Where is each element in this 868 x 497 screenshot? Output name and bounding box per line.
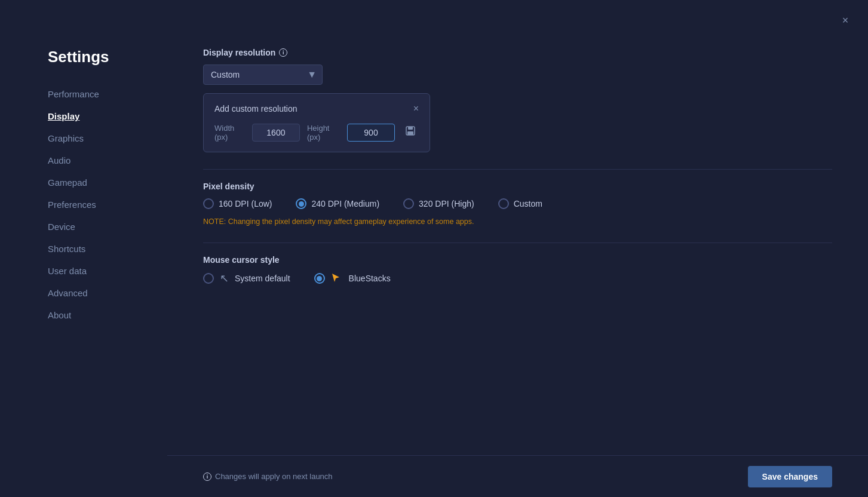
cursor-system-label: System default [235, 274, 290, 283]
pixel-density-options: 160 DPI (Low) 240 DPI (Medium) 320 DPI (… [203, 198, 832, 209]
sidebar: Settings PerformanceDisplayGraphicsAudio… [0, 48, 167, 497]
close-button[interactable]: × [837, 12, 854, 29]
sidebar-item-performance[interactable]: Performance [48, 83, 167, 105]
mouse-cursor-label: Mouse cursor style [203, 255, 832, 265]
width-field: Width (px) [214, 124, 300, 142]
height-field: Height (px) [307, 124, 395, 142]
cursor-bluestacks-label: BlueStacks [349, 274, 391, 283]
dpi-160-option[interactable]: 160 DPI (Low) [203, 198, 272, 209]
sidebar-item-display[interactable]: Display [48, 105, 167, 127]
save-resolution-button[interactable] [402, 122, 419, 142]
dpi-custom-label: Custom [514, 199, 542, 208]
sidebar-item-about[interactable]: About [48, 304, 167, 326]
dpi-custom-option[interactable]: Custom [498, 198, 542, 209]
resolution-select[interactable]: Custom 1280x720 1920x1080 2560x1440 [203, 65, 323, 85]
custom-resolution-header: Add custom resolution × [214, 103, 419, 114]
dpi-160-radio[interactable] [203, 198, 214, 209]
pixel-density-note: NOTE: Changing the pixel density may aff… [203, 217, 832, 226]
custom-resolution-close-button[interactable]: × [413, 103, 419, 114]
bluestacks-cursor-icon [331, 272, 341, 285]
width-label: Width (px) [214, 124, 247, 142]
dpi-160-label: 160 DPI (Low) [219, 199, 272, 208]
pixel-density-section: Pixel density 160 DPI (Low) 240 DPI (Med… [203, 182, 832, 226]
sidebar-item-graphics[interactable]: Graphics [48, 127, 167, 149]
cursor-system-option[interactable]: ↖ System default [203, 272, 290, 285]
svg-rect-1 [408, 127, 413, 130]
content-area: Display resolution i Custom 1280x720 192… [167, 48, 868, 497]
dpi-240-radio[interactable] [296, 198, 306, 209]
footer-note-text: Changes will apply on next launch [215, 472, 333, 481]
dpi-320-label: 320 DPI (High) [419, 199, 474, 208]
cursor-bluestacks-radio[interactable] [314, 273, 325, 284]
cursor-system-radio[interactable] [203, 273, 214, 284]
cursor-bluestacks-option[interactable]: BlueStacks [314, 272, 391, 285]
dpi-240-label: 240 DPI (Medium) [311, 199, 379, 208]
pixel-density-label: Pixel density [203, 182, 832, 191]
sidebar-item-gamepad[interactable]: Gamepad [48, 171, 167, 194]
svg-rect-2 [407, 131, 413, 135]
sidebar-item-audio[interactable]: Audio [48, 149, 167, 171]
footer-note: i Changes will apply on next launch [203, 472, 333, 481]
divider-1 [203, 169, 832, 170]
custom-resolution-inputs: Width (px) Height (px) [214, 122, 419, 142]
sidebar-item-device[interactable]: Device [48, 216, 167, 238]
custom-resolution-title: Add custom resolution [214, 104, 297, 113]
dpi-320-option[interactable]: 320 DPI (High) [403, 198, 474, 209]
display-resolution-label: Display resolution i [203, 48, 832, 57]
save-changes-button[interactable]: Save changes [748, 466, 832, 487]
height-label: Height (px) [307, 124, 342, 142]
cursor-options: ↖ System default BlueStacks [203, 272, 832, 285]
mouse-cursor-section: Mouse cursor style ↖ System default [203, 255, 832, 285]
sidebar-item-shortcuts[interactable]: Shortcuts [48, 238, 167, 260]
resolution-dropdown: Custom 1280x720 1920x1080 2560x1440 ▼ [203, 65, 323, 85]
divider-2 [203, 243, 832, 243]
main-layout: Settings PerformanceDisplayGraphicsAudio… [0, 0, 868, 497]
custom-resolution-box: Add custom resolution × Width (px) Heigh… [203, 93, 430, 152]
dpi-240-radio-inner [299, 201, 304, 207]
sidebar-item-user-data[interactable]: User data [48, 260, 167, 282]
sidebar-item-preferences[interactable]: Preferences [48, 194, 167, 216]
dpi-320-radio[interactable] [403, 198, 414, 209]
settings-title: Settings [48, 48, 167, 66]
footer-info-icon: i [203, 473, 211, 481]
sidebar-item-advanced[interactable]: Advanced [48, 282, 167, 304]
display-resolution-section: Display resolution i Custom 1280x720 192… [203, 48, 832, 152]
dpi-custom-radio[interactable] [498, 198, 509, 209]
width-input[interactable] [252, 124, 300, 142]
sidebar-nav: PerformanceDisplayGraphicsAudioGamepadPr… [48, 83, 167, 326]
footer: i Changes will apply on next launch Save… [167, 455, 868, 497]
svg-marker-3 [332, 274, 339, 282]
cursor-bluestacks-radio-inner [317, 276, 322, 281]
info-icon: i [279, 48, 287, 57]
system-cursor-icon: ↖ [220, 272, 229, 285]
dpi-240-option[interactable]: 240 DPI (Medium) [296, 198, 379, 209]
height-input[interactable] [347, 124, 395, 142]
